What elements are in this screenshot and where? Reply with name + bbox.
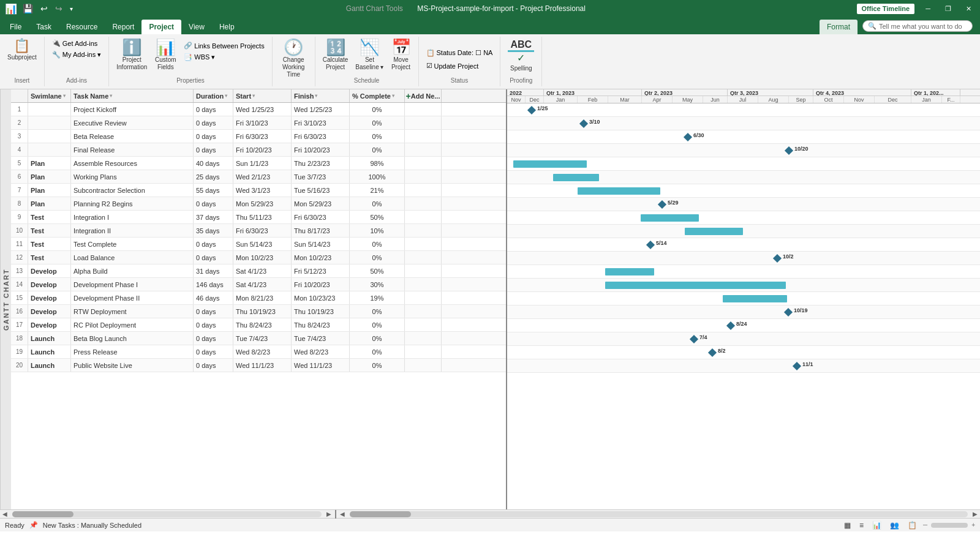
row-add: [405, 143, 442, 156]
horizontal-scrollbar-gantt[interactable]: [350, 511, 968, 517]
col-header-start[interactable]: Start▾: [233, 89, 292, 102]
table-row[interactable]: 14 Develop Development Phase I 146 days …: [11, 278, 506, 291]
table-row[interactable]: 2 Executive Review 0 days Fri 3/10/23 Fr…: [11, 116, 506, 130]
gantt-month: Jan: [911, 96, 942, 103]
row-num: 20: [11, 359, 28, 372]
minimize-btn[interactable]: ─: [922, 4, 934, 14]
tell-me-input[interactable]: 🔍 Tell me what you want to do: [862, 20, 973, 32]
row-num: 16: [11, 305, 28, 318]
table-row[interactable]: 3 Beta Release 0 days Fri 6/30/23 Fri 6/…: [11, 130, 506, 143]
table-row[interactable]: 6 Plan Working Plans 25 days Wed 2/1/23 …: [11, 170, 506, 184]
table-row[interactable]: 11 Test Test Complete 0 days Sun 5/14/23…: [11, 238, 506, 251]
table-row[interactable]: 13 Develop Alpha Build 31 days Sat 4/1/2…: [11, 264, 506, 278]
tab-view[interactable]: View: [181, 20, 212, 34]
row-finish: Thu 8/24/23: [292, 318, 350, 331]
scroll-gantt-right[interactable]: ▶: [970, 511, 980, 517]
col-header-pct[interactable]: % Complete▾: [350, 89, 405, 102]
col-header-finish[interactable]: Finish▾: [292, 89, 350, 102]
scrollbar-thumb-table[interactable]: [12, 511, 74, 517]
scroll-right-arrow[interactable]: ▶: [324, 511, 334, 517]
row-pct: 0%: [350, 116, 405, 129]
calculate-project-button[interactable]: 🔢 CalculateProject: [320, 38, 351, 72]
restore-btn[interactable]: ❐: [941, 4, 955, 14]
spelling-button[interactable]: ABC ✓ Spelling: [505, 38, 537, 73]
set-baseline-button[interactable]: 📉 SetBaseline ▾: [353, 38, 386, 72]
col-header-swimlane[interactable]: Swimlane▾: [28, 89, 71, 102]
project-information-button[interactable]: ℹ️ ProjectInformation: [114, 38, 149, 72]
custom-fields-button[interactable]: 📊 CustomFields: [151, 38, 180, 72]
table-row[interactable]: 18 Launch Beta Blog Launch 0 days Tue 7/…: [11, 332, 506, 345]
tab-report[interactable]: Report: [105, 20, 141, 34]
gantt-header: 2022Qtr 1, 2023Qtr 2, 2023Qtr 3, 2023Qtr…: [507, 89, 980, 103]
table-row[interactable]: 8 Plan Planning R2 Begins 0 days Mon 5/2…: [11, 197, 506, 211]
new-tasks-label: New Tasks : Manually Scheduled: [43, 522, 141, 529]
zoom-out-btn[interactable]: ─: [923, 522, 927, 528]
project-info-label: ProjectInformation: [116, 56, 147, 71]
get-addins-button[interactable]: 🔌 Get Add-ins: [50, 38, 104, 48]
zoom-slider[interactable]: [931, 523, 968, 528]
resource-btn[interactable]: 👥: [888, 520, 902, 530]
my-addins-icon: 🔧: [52, 51, 61, 59]
tab-resource[interactable]: Resource: [59, 20, 105, 34]
table-row[interactable]: 4 Final Release 0 days Fri 10/20/23 Fri …: [11, 143, 506, 157]
tab-format[interactable]: Format: [820, 20, 858, 34]
table-row[interactable]: 10 Test Integration II 35 days Fri 6/30/…: [11, 224, 506, 238]
row-finish: Wed 11/1/23: [292, 359, 350, 372]
checkmark-icon: ✓: [517, 52, 525, 64]
col-header-taskname[interactable]: Task Name▾: [71, 89, 194, 102]
quick-undo[interactable]: ↩: [39, 3, 50, 14]
table-row[interactable]: 19 Launch Press Release 0 days Wed 8/2/2…: [11, 345, 506, 359]
gantt-month: Jun: [703, 96, 728, 103]
row-num: 19: [11, 345, 28, 358]
scroll-gantt-left[interactable]: ◀: [337, 511, 347, 517]
ribbon-group-insert: 📋 Subproject Insert: [0, 37, 45, 86]
row-duration: 0 days: [194, 318, 233, 331]
table-row[interactable]: 5 Plan Assemble Resources 40 days Sun 1/…: [11, 157, 506, 170]
horizontal-scrollbar-table[interactable]: [12, 511, 322, 517]
quick-customize[interactable]: ▾: [68, 5, 75, 13]
close-btn[interactable]: ✕: [962, 4, 975, 14]
task-usage-btn[interactable]: ≡: [857, 520, 866, 530]
gantt-month: May: [673, 96, 703, 103]
gantt-quarters: 2022Qtr 1, 2023Qtr 2, 2023Qtr 3, 2023Qtr…: [507, 89, 980, 96]
tab-file[interactable]: File: [2, 20, 29, 34]
table-row[interactable]: 15 Develop Development Phase II 46 days …: [11, 291, 506, 305]
table-row[interactable]: 16 Develop RTW Deployment 0 days Thu 10/…: [11, 305, 506, 318]
gantt-chart-row: 6/30: [507, 130, 980, 144]
quick-redo[interactable]: ↪: [53, 3, 64, 14]
resource-sheet-btn[interactable]: 📋: [905, 520, 919, 530]
tracking-gantt-btn[interactable]: 📊: [870, 520, 884, 530]
table-row[interactable]: 12 Test Load Balance 0 days Mon 10/2/23 …: [11, 251, 506, 264]
links-projects-button[interactable]: 🔗 Links Between Projects: [181, 40, 266, 51]
table-row[interactable]: 7 Plan Subcontractor Selection 55 days W…: [11, 184, 506, 197]
col-header-add[interactable]: + Add Ne...: [405, 89, 442, 102]
wbs-button[interactable]: 📑 WBS ▾: [181, 52, 266, 62]
subproject-button[interactable]: 📋 Subproject: [5, 38, 39, 62]
custom-fields-label: CustomFields: [155, 56, 176, 71]
quick-save[interactable]: 💾: [21, 3, 35, 14]
gantt-chart-row: [507, 279, 980, 292]
zoom-in-btn[interactable]: +: [971, 522, 975, 528]
table-row[interactable]: 20 Launch Public Website Live 0 days Wed…: [11, 359, 506, 372]
change-working-time-button[interactable]: 🕐 ChangeWorkingTime: [280, 38, 307, 80]
scroll-left-arrow[interactable]: ◀: [0, 511, 10, 517]
gantt-view-btn[interactable]: ▦: [842, 520, 853, 530]
row-add: [405, 170, 442, 183]
col-header-duration[interactable]: Duration▾: [194, 89, 233, 102]
move-project-button[interactable]: 📅 MoveProject: [389, 38, 413, 72]
tab-task[interactable]: Task: [29, 20, 59, 34]
table-row[interactable]: 1 Project Kickoff 0 days Wed 1/25/23 Wed…: [11, 103, 506, 116]
row-num: 8: [11, 197, 28, 210]
row-duration: 0 days: [194, 238, 233, 250]
update-project-button[interactable]: ☑ Update Project: [424, 61, 481, 71]
milestone-marker: [793, 362, 801, 370]
row-start: Tue 7/4/23: [233, 332, 292, 345]
row-num: 5: [11, 157, 28, 170]
proofing-group-label: Proofing: [510, 77, 532, 85]
scrollbar-thumb-gantt[interactable]: [350, 511, 411, 517]
my-addins-button[interactable]: 🔧 My Add-ins ▾: [50, 50, 104, 60]
table-row[interactable]: 17 Develop RC Pilot Deployment 0 days Th…: [11, 318, 506, 332]
table-row[interactable]: 9 Test Integration I 37 days Thu 5/11/23…: [11, 211, 506, 224]
tab-help[interactable]: Help: [212, 20, 242, 34]
tab-project[interactable]: Project: [141, 20, 181, 34]
